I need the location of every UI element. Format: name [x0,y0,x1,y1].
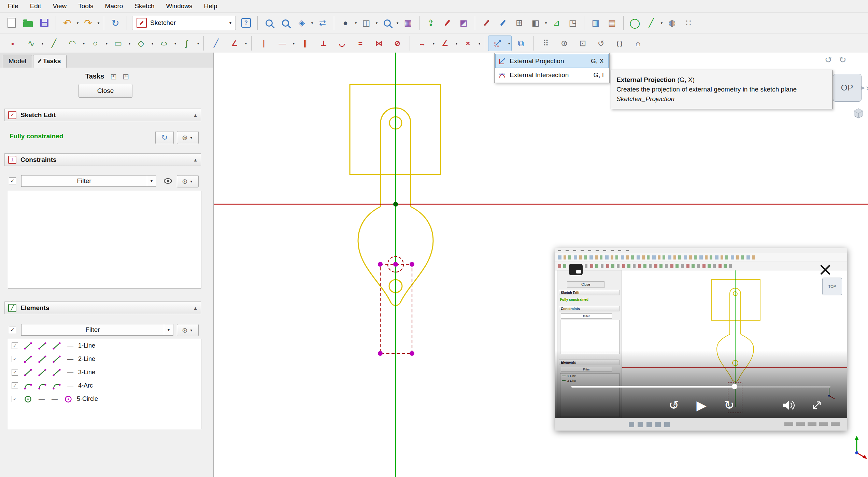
nav-right-arrow-icon[interactable]: ▸ [862,83,865,92]
close-video-button[interactable] [817,262,834,278]
section-elements[interactable]: ╱ Elements ▴ [4,301,201,314]
edit-sketch-icon[interactable] [495,15,510,30]
video-progress-handle[interactable] [732,384,737,389]
external-geometry-button[interactable]: ▾ [488,36,512,51]
play-button[interactable]: ▶ [693,397,710,413]
elements-filter-combo[interactable]: Filter ▾ [21,324,173,336]
constrain-perpendicular-icon[interactable]: ⊥ [315,36,332,51]
menu-item-external-projection[interactable]: External Projection G, X [495,54,609,68]
menu-help[interactable]: Help [198,0,223,12]
volume-button[interactable] [781,397,797,413]
clip-plane-icon[interactable]: ▦ [400,15,415,30]
elements-list[interactable]: ✓ — 1-Line ✓ — 2-Line [8,339,201,429]
center-point[interactable] [393,262,398,267]
map-sketch-icon[interactable]: ⊞ [512,15,527,30]
vertex-point[interactable] [410,351,414,356]
construction-mode-icon[interactable]: ╱ [208,36,224,51]
dimension-tool-icon[interactable]: ∠▾ [225,36,248,51]
section-view-icon[interactable]: ▤ [604,15,620,30]
skip-back-button[interactable]: ↺5 [666,397,682,413]
origin-point[interactable] [393,202,398,207]
save-document-icon[interactable] [37,15,52,30]
point-tool-icon[interactable]: ● [4,36,21,51]
menu-windows[interactable]: Windows [160,0,198,12]
element-row-3-line[interactable]: ✓ — 3-Line [8,366,201,379]
element-row-5-circle[interactable]: ✓ — — 5-Circle [8,392,201,406]
zoom-tools-icon[interactable]: ▾ [379,15,400,30]
rectangle-tool-icon[interactable]: ▭▾ [109,36,132,51]
element-checkbox[interactable]: ✓ [12,382,18,389]
constrain-tangent-icon[interactable]: ◡ [334,36,350,51]
element-checkbox[interactable]: ✓ [12,369,18,376]
skip-forward-button[interactable]: ↻5 [721,397,737,413]
open-document-icon[interactable] [20,15,35,30]
polyline-tool-icon[interactable]: ∿▾ [22,36,45,51]
new-document-icon[interactable] [4,15,19,30]
scene-settings-icon[interactable]: ∷ [681,15,696,30]
element-row-2-line[interactable]: ✓ — 2-Line [8,352,201,366]
select-elements-icon[interactable]: ⊡ [574,36,591,51]
dock-panel-icon[interactable]: ◳ [123,72,129,80]
draw-style-icon[interactable]: ●▾ [337,15,358,30]
edit-tools-icon[interactable]: ╱▾ [643,15,664,30]
menu-item-external-intersection[interactable]: External Intersection G, I [495,68,609,82]
tab-tasks[interactable]: Tasks [33,55,67,68]
menu-view[interactable]: View [47,0,72,12]
viewports-icon[interactable]: ◫▾ [358,15,379,30]
reorient-sketch-icon[interactable]: ◧▾ [527,15,548,30]
section-constraints[interactable]: ⊥ Constraints ▴ [4,153,201,166]
leave-sketch-icon[interactable]: ◯ [627,15,642,30]
vertex-point[interactable] [410,262,414,267]
fit-all-icon[interactable] [261,15,276,30]
constrain-distance-icon[interactable]: ↔▾ [413,36,436,51]
refresh-constraints-button[interactable]: ↻ [155,131,174,144]
merge-sketches-icon[interactable]: ◳ [565,15,580,30]
create-sketch-icon[interactable] [479,15,494,30]
section-sketch-edit[interactable]: ✓ Sketch Edit ▴ [4,109,201,121]
collapse-sketch-edit-icon[interactable]: ▴ [194,112,197,118]
show-constraints-eye-icon[interactable] [163,178,173,186]
redo-button[interactable]: ↷▾ [80,15,101,30]
nav-cube-face[interactable]: OP [833,74,862,102]
element-row-4-arc[interactable]: ✓ — 4-Arc [8,379,201,392]
menu-tools[interactable]: Tools [72,0,99,12]
undo-button[interactable]: ↶▾ [59,15,80,30]
edit-mode-icon[interactable] [440,15,455,30]
tab-model[interactable]: Model [3,55,32,68]
constraints-filter-combo[interactable]: Filter ▾ [21,175,156,187]
fullscreen-button[interactable] [809,397,825,413]
line-tool-icon[interactable]: ╱ [46,36,62,51]
sync-view-icon[interactable]: ⇄ [315,15,330,30]
elements-filter-checkbox[interactable]: ✓ [9,326,16,333]
stop-operation-icon[interactable]: ⌂ [630,36,646,51]
close-button[interactable]: Close [79,84,132,98]
pip-icon[interactable] [569,264,583,275]
nav-chevron-icon[interactable]: › [866,83,868,93]
appearance-icon[interactable]: ◍ [665,15,680,30]
restore-camera-icon[interactable]: ↺ [593,36,609,51]
rotate-cw-icon[interactable]: ↻ [839,55,846,65]
constrain-angle-icon[interactable]: ∠▾ [436,36,459,51]
elements-settings-button[interactable]: ⊛▾ [177,324,199,336]
constrain-symmetric-icon[interactable]: ⋈ [371,36,387,51]
vertex-point[interactable] [378,351,383,356]
virtual-space-icon[interactable]: ( ) [611,36,628,51]
vertex-point[interactable] [378,262,383,267]
sketch-view-icon[interactable]: ▥ [588,15,603,30]
collapse-constraints-icon[interactable]: ▴ [194,157,197,163]
video-progress-bar[interactable] [571,386,830,388]
element-row-1-line[interactable]: ✓ — 1-Line [8,339,201,352]
element-checkbox[interactable]: ✓ [12,342,18,349]
constrain-block-icon[interactable]: ⊘ [389,36,405,51]
constrain-vertical-icon[interactable]: ∣ [256,36,272,51]
menu-file[interactable]: File [2,0,24,12]
menu-sketch[interactable]: Sketch [129,0,160,12]
refresh-icon[interactable]: ↻ [108,15,123,30]
constrain-equal-icon[interactable]: = [352,36,369,51]
constraints-settings-button[interactable]: ⊛▾ [177,175,199,187]
element-checkbox[interactable]: ✓ [12,396,18,402]
menu-macro[interactable]: Macro [99,0,129,12]
menu-edit[interactable]: Edit [24,0,47,12]
nav-mini-cube-icon[interactable] [853,108,864,119]
toggle-driving-icon[interactable]: ×▾ [459,36,482,51]
